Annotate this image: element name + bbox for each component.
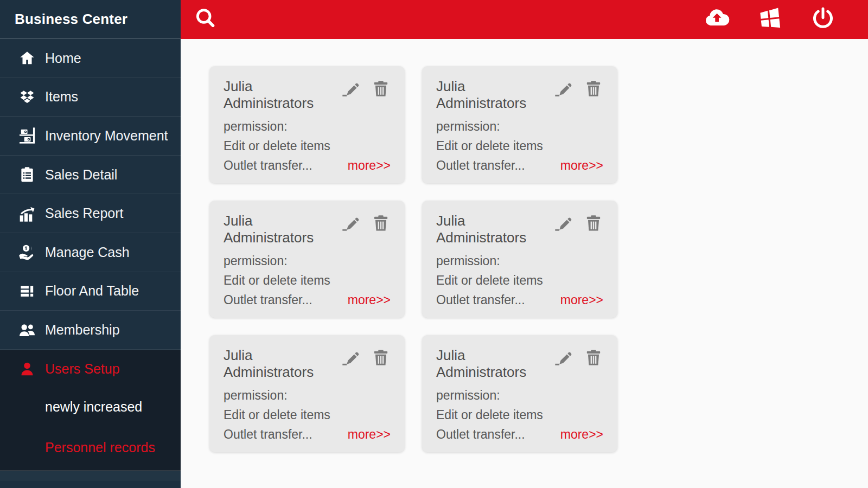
sidebar-item-label: Items xyxy=(45,89,78,105)
power-icon xyxy=(810,6,835,33)
sidebar-subitem-personnel-records[interactable]: Personnel records xyxy=(0,426,181,470)
permission-line-2: Outlet transfer... xyxy=(224,158,312,173)
permission-line-2: Outlet transfer... xyxy=(224,293,312,307)
user-icon xyxy=(18,360,36,378)
edit-button[interactable] xyxy=(341,349,360,369)
role-card: Julia Administrators xyxy=(209,335,405,452)
trash-icon xyxy=(584,214,603,235)
trash-icon xyxy=(584,349,603,369)
topbar-actions xyxy=(703,6,868,33)
trash-icon xyxy=(372,80,390,100)
card-actions xyxy=(341,215,391,246)
permission-label: permission: xyxy=(436,254,603,268)
pencil-icon xyxy=(553,79,573,101)
card-title: Julia Administrators xyxy=(224,347,337,381)
delete-button[interactable] xyxy=(584,349,603,369)
sidebar-item-items[interactable]: Items xyxy=(0,78,181,117)
card-actions xyxy=(341,80,391,112)
card-actions xyxy=(553,349,603,381)
sidebar-item-label: Inventory Movement xyxy=(45,128,168,144)
card-title: Julia Administrators xyxy=(436,78,550,112)
sidebar-item-label: Floor And Table xyxy=(45,283,139,299)
power-button[interactable] xyxy=(809,6,837,33)
sidebar-item-label: Sales Report xyxy=(45,206,124,221)
permission-label: permission: xyxy=(224,119,391,134)
edit-button[interactable] xyxy=(553,349,573,369)
pencil-icon xyxy=(341,348,360,370)
delete-button[interactable] xyxy=(371,349,391,369)
trash-icon xyxy=(372,214,390,235)
two-users-icon xyxy=(18,320,36,339)
card-title: Julia Administrators xyxy=(436,213,550,246)
permission-line-2: Outlet transfer... xyxy=(436,293,525,307)
more-link[interactable]: more>> xyxy=(348,427,391,442)
delete-button[interactable] xyxy=(584,80,603,100)
sidebar-item-membership[interactable]: Membership xyxy=(0,311,181,350)
sidebar-item-inventory-movement[interactable]: Inventory Movement xyxy=(0,117,181,156)
more-link[interactable]: more>> xyxy=(560,293,603,307)
delete-button[interactable] xyxy=(371,80,391,100)
more-link[interactable]: more>> xyxy=(348,293,391,307)
card-title: Julia Administrators xyxy=(224,213,337,246)
sidebar-item-users-setup[interactable]: Users Setup xyxy=(0,350,181,389)
sidebar-item-label: Users Setup xyxy=(45,361,120,377)
permission-label: permission: xyxy=(436,119,603,134)
search-icon xyxy=(194,7,218,33)
pencil-icon xyxy=(341,79,360,101)
trash-icon xyxy=(584,80,603,100)
sidebar-item-label: Sales Detail xyxy=(45,167,117,183)
sidebar-item-floor-and-table[interactable]: Floor And Table xyxy=(0,272,181,311)
bar-chart-icon xyxy=(18,204,36,223)
sidebar-subitem-newly-increased[interactable]: newly increased xyxy=(0,389,181,426)
permission-line-1: Edit or delete items xyxy=(436,139,603,153)
sidebar-item-label: Home xyxy=(45,50,81,66)
permission-line-1: Edit or delete items xyxy=(224,408,391,422)
sidebar-item-label: Membership xyxy=(45,322,120,338)
topbar xyxy=(181,0,868,39)
more-link[interactable]: more>> xyxy=(560,158,603,173)
windows-button[interactable] xyxy=(756,6,783,33)
edit-button[interactable] xyxy=(553,80,573,100)
sidebar-bottom-strip xyxy=(0,471,181,481)
edit-button[interactable] xyxy=(341,80,360,100)
role-card: Julia Administrators xyxy=(422,335,617,452)
inventory-shelf-icon xyxy=(18,126,36,145)
pencil-icon xyxy=(553,214,573,235)
delete-button[interactable] xyxy=(584,215,603,234)
permission-label: permission: xyxy=(224,254,391,268)
delete-button[interactable] xyxy=(371,215,391,234)
pencil-icon xyxy=(341,214,360,235)
card-title: Julia Administrators xyxy=(224,78,337,112)
role-card: Julia Administrators xyxy=(209,66,405,183)
permission-line-1: Edit or delete items xyxy=(224,139,391,153)
edit-button[interactable] xyxy=(341,215,360,234)
permission-label: permission: xyxy=(224,388,391,403)
list-exclamation-icon xyxy=(18,282,36,300)
permission-line-2: Outlet transfer... xyxy=(436,427,525,442)
card-title: Julia Administrators xyxy=(436,347,550,381)
card-actions xyxy=(553,80,603,112)
card-grid: Julia Administrators xyxy=(181,39,826,470)
more-link[interactable]: more>> xyxy=(348,158,391,173)
users-setup-section: Users Setup newly increased Personnel re… xyxy=(0,350,181,471)
sidebar: Business Center Home Items Inventory Mov… xyxy=(0,0,181,488)
permission-line-1: Edit or delete items xyxy=(436,273,603,288)
more-link[interactable]: more>> xyxy=(560,427,603,442)
permission-line-1: Edit or delete items xyxy=(224,273,391,288)
card-actions xyxy=(553,215,603,246)
sidebar-item-manage-cash[interactable]: Manage Cash xyxy=(0,233,181,272)
sidebar-item-home[interactable]: Home xyxy=(0,39,181,78)
cloud-upload-icon xyxy=(703,5,730,34)
main-content: Julia Administrators xyxy=(181,39,868,488)
edit-button[interactable] xyxy=(553,215,573,234)
hand-coin-icon xyxy=(18,243,36,261)
role-card: Julia Administrators xyxy=(209,201,405,318)
sidebar-item-sales-report[interactable]: Sales Report xyxy=(0,194,181,233)
sidebar-item-sales-detail[interactable]: Sales Detail xyxy=(0,156,181,195)
search-button[interactable] xyxy=(193,7,219,33)
app-title: Business Center xyxy=(15,11,127,28)
cloud-upload-button[interactable] xyxy=(703,6,730,33)
role-card: Julia Administrators xyxy=(422,66,617,183)
role-card: Julia Administrators xyxy=(422,201,617,318)
trash-icon xyxy=(372,349,390,369)
